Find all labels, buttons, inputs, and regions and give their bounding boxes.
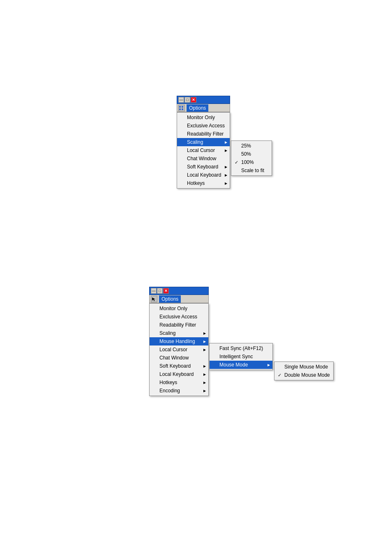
dropdown-item-local-cursor-1[interactable]: Local Cursor bbox=[177, 146, 230, 154]
dropdown-item-readability-filter-1[interactable]: Readability Filter bbox=[177, 130, 230, 138]
menu-container-2: — □ ✕ Options Monitor Only Exclusive Acc… bbox=[149, 287, 209, 396]
dropdown-1: Monitor Only Exclusive Access Readabilit… bbox=[177, 112, 230, 189]
submenu-item-100pct[interactable]: 100% bbox=[231, 158, 272, 166]
submenu-item-double-mouse-mode[interactable]: Double Mouse Mode bbox=[274, 371, 333, 379]
svg-rect-2 bbox=[179, 108, 181, 110]
submenu-item-25pct[interactable]: 25% bbox=[231, 142, 272, 150]
menu-bar-1: Options bbox=[177, 104, 230, 112]
submenu-item-intelligent-sync[interactable]: Intelligent Sync bbox=[210, 352, 272, 361]
maximize-button-1[interactable]: □ bbox=[184, 97, 190, 103]
options-menu-1[interactable]: Options bbox=[187, 104, 208, 112]
submenu-item-scale-to-fit[interactable]: Scale to fit bbox=[231, 166, 272, 175]
submenu-item-mouse-mode[interactable]: Mouse Mode bbox=[210, 361, 272, 369]
submenu-item-50pct[interactable]: 50% bbox=[231, 150, 272, 158]
title-bar-buttons-2: — □ ✕ bbox=[150, 287, 170, 295]
dropdown-item-mouse-handling-2[interactable]: Mouse Handling bbox=[150, 337, 208, 345]
dropdown-item-chat-window-2[interactable]: Chat Window bbox=[150, 354, 208, 362]
close-button-1[interactable]: ✕ bbox=[191, 97, 196, 103]
title-bar-1: — □ ✕ bbox=[177, 96, 230, 104]
svg-rect-3 bbox=[182, 108, 183, 110]
maximize-button-2[interactable]: □ bbox=[157, 288, 163, 294]
mouse-handling-submenu: Fast Sync (Alt+F12) Intelligent Sync Mou… bbox=[209, 343, 273, 370]
dropdown-item-soft-keyboard-2[interactable]: Soft Keyboard bbox=[150, 362, 208, 370]
options-menu-2[interactable]: Options bbox=[159, 295, 181, 303]
dropdown-item-monitor-only-2[interactable]: Monitor Only bbox=[150, 304, 208, 313]
dropdown-item-encoding-2[interactable]: Encoding bbox=[150, 387, 208, 395]
dropdown-item-exclusive-access-1[interactable]: Exclusive Access bbox=[177, 122, 230, 130]
minimize-button-2[interactable]: — bbox=[151, 288, 157, 294]
dropdown-item-local-keyboard-2[interactable]: Local Keyboard bbox=[150, 370, 208, 378]
minimize-button-1[interactable]: — bbox=[178, 97, 184, 103]
dropdown-item-chat-window-1[interactable]: Chat Window bbox=[177, 154, 230, 163]
dropdown-item-scaling-1[interactable]: Scaling bbox=[177, 138, 230, 146]
title-bar-buttons-1: — □ ✕ bbox=[177, 96, 198, 104]
submenu-item-fast-sync[interactable]: Fast Sync (Alt+F12) bbox=[210, 344, 272, 352]
dropdown-item-soft-keyboard-1[interactable]: Soft Keyboard bbox=[177, 163, 230, 171]
menu-container-1: — □ ✕ Options Monitor Only Exclusive Acc… bbox=[177, 96, 230, 189]
dropdown-item-hotkeys-1[interactable]: Hotkeys bbox=[177, 179, 230, 187]
dropdown-item-hotkeys-2[interactable]: Hotkeys bbox=[150, 378, 208, 387]
submenu-item-single-mouse-mode[interactable]: Single Mouse Mode bbox=[274, 363, 333, 371]
menu-icon-1 bbox=[178, 105, 185, 111]
mouse-mode-submenu: Single Mouse Mode Double Mouse Mode bbox=[274, 362, 334, 380]
dropdown-item-exclusive-access-2[interactable]: Exclusive Access bbox=[150, 313, 208, 321]
svg-rect-0 bbox=[179, 106, 181, 108]
dropdown-item-local-cursor-2[interactable]: Local Cursor bbox=[150, 345, 208, 354]
title-bar-2: — □ ✕ bbox=[149, 287, 209, 295]
dropdown-2: Monitor Only Exclusive Access Readabilit… bbox=[149, 303, 209, 396]
dropdown-item-monitor-only-1[interactable]: Monitor Only bbox=[177, 113, 230, 122]
scaling-submenu-1: 25% 50% 100% Scale to fit bbox=[231, 140, 272, 176]
menu-bar-2: Options bbox=[149, 295, 209, 303]
dropdown-item-readability-filter-2[interactable]: Readability Filter bbox=[150, 321, 208, 329]
svg-rect-1 bbox=[182, 106, 183, 108]
dropdown-item-local-keyboard-1[interactable]: Local Keyboard bbox=[177, 171, 230, 179]
menu-icon-2 bbox=[151, 296, 157, 302]
dropdown-item-scaling-2[interactable]: Scaling bbox=[150, 329, 208, 337]
close-button-2[interactable]: ✕ bbox=[163, 288, 169, 294]
